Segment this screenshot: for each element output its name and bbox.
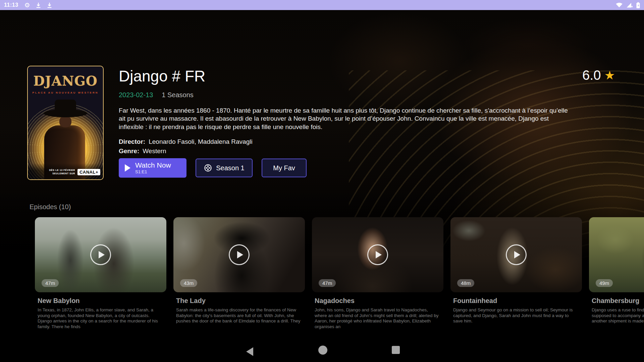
episode-title: The Lady — [176, 297, 305, 305]
genre-value: Western — [143, 147, 166, 155]
canal-plus-logo: CANAL+ — [77, 169, 100, 175]
episode-title: New Babylon — [38, 297, 166, 305]
signal-no-internet-icon — [626, 2, 633, 8]
episode-thumbnail[interactable]: 48m — [450, 217, 582, 292]
rating-value: 6.0 — [582, 68, 601, 83]
episode-thumbnail[interactable]: 47m — [312, 217, 443, 292]
poster-promo-line1: DÈS LE 13 FÉVRIER — [49, 169, 75, 172]
battery-charging-icon — [636, 2, 640, 8]
episode-thumbnail[interactable]: 47m — [35, 217, 166, 292]
genre-row: Genre:Western — [119, 147, 166, 155]
android-navigation-bar — [0, 341, 644, 362]
download-icon — [47, 2, 52, 8]
episode-thumbnail[interactable]: 49m — [589, 217, 644, 292]
back-icon[interactable] — [246, 347, 253, 356]
episode-card[interactable]: 47m New Babylon In Texas, in 1872, John … — [35, 217, 166, 330]
play-icon[interactable] — [90, 244, 111, 265]
play-icon[interactable] — [229, 244, 250, 265]
poster-promo-line2: SEULEMENT SUR — [49, 172, 75, 175]
episode-card[interactable]: 48m Fountainhead Django and Seymour go o… — [450, 217, 582, 324]
film-reel-icon — [204, 164, 212, 172]
episode-description: Sarah makes a life-saving discovery for … — [176, 307, 301, 324]
season-label: Season 1 — [216, 164, 245, 172]
clock: 11:13 — [4, 2, 18, 8]
poster-title: DJANGO — [28, 73, 103, 88]
my-fav-label: My Fav — [273, 164, 295, 172]
hero-meta: 2023-02-13 1 Seasons — [119, 91, 194, 99]
home-icon[interactable] — [318, 346, 327, 355]
page-title: Django # FR — [119, 67, 205, 85]
director-value: Leonardo Fasoli, Maddalena Ravagli — [149, 138, 252, 145]
watch-now-episode: S1:E1 — [135, 170, 171, 174]
my-fav-button[interactable]: My Fav — [262, 159, 307, 177]
rating-badge: 6.0 ★ — [582, 68, 615, 83]
play-icon[interactable] — [367, 244, 388, 265]
series-poster: DJANGO PLACE AU NOUVEAU WESTERN DÈS LE 1… — [27, 66, 104, 180]
episode-title: Nagadoches — [315, 297, 443, 305]
play-icon[interactable] — [506, 244, 527, 265]
genre-label: Genre: — [119, 147, 139, 155]
gear-icon: ⚙ — [24, 2, 30, 8]
episode-card[interactable]: 43m The Lady Sarah makes a life-saving d… — [173, 217, 305, 324]
season-selector-button[interactable]: Season 1 — [196, 159, 253, 177]
duration-badge: 47m — [319, 279, 336, 287]
episode-thumbnail[interactable]: 43m — [173, 217, 305, 292]
recents-icon[interactable] — [392, 346, 400, 354]
episode-title: Chambersburg — [592, 297, 644, 305]
duration-badge: 47m — [42, 279, 59, 287]
episode-description: Django and Seymour go on a mission to se… — [453, 307, 578, 324]
release-date: 2023-02-13 — [119, 91, 153, 99]
action-buttons: Watch Now S1:E1 Season 1 My Fav — [119, 158, 307, 178]
play-icon — [125, 164, 130, 172]
seasons-count: 1 Seasons — [162, 91, 194, 99]
poster-hat-brim — [44, 109, 87, 117]
episode-description: In Texas, in 1872, John Ellis, a former … — [38, 307, 162, 330]
star-icon: ★ — [604, 69, 615, 81]
episode-title: Fountainhead — [453, 297, 582, 305]
download-icon — [36, 2, 41, 8]
poster-footer: DÈS LE 13 FÉVRIER SEULEMENT SUR CANAL+ — [28, 163, 103, 179]
poster-tagline: PLACE AU NOUVEAU WESTERN — [28, 91, 103, 94]
watch-now-label: Watch Now — [135, 161, 171, 169]
episodes-carousel[interactable]: 47m New Babylon In Texas, in 1872, John … — [0, 217, 644, 331]
duration-badge: 49m — [596, 279, 613, 287]
episode-card[interactable]: 49m Chambersburg Django uses a ruse to f… — [589, 217, 644, 324]
episodes-heading: Episodes (10) — [30, 203, 71, 211]
director-row: Director:Leonardo Fasoli, Maddalena Rava… — [119, 138, 253, 145]
wifi-icon — [615, 2, 623, 8]
duration-badge: 43m — [180, 279, 197, 287]
duration-badge: 48m — [457, 279, 474, 287]
episode-card[interactable]: 47m Nagadoches John, his sons, Django an… — [312, 217, 443, 330]
status-bar: 11:13 ⚙ — [0, 0, 644, 10]
poster-figure-face — [59, 116, 71, 127]
director-label: Director: — [119, 138, 145, 145]
episode-description: John, his sons, Django and Sarah travel … — [315, 307, 439, 330]
watch-now-button[interactable]: Watch Now S1:E1 — [119, 158, 186, 178]
episode-description: Django uses a ruse to find o supposed to… — [592, 307, 644, 324]
series-description: Far West, dans les années 1860 - 1870. H… — [119, 107, 568, 131]
